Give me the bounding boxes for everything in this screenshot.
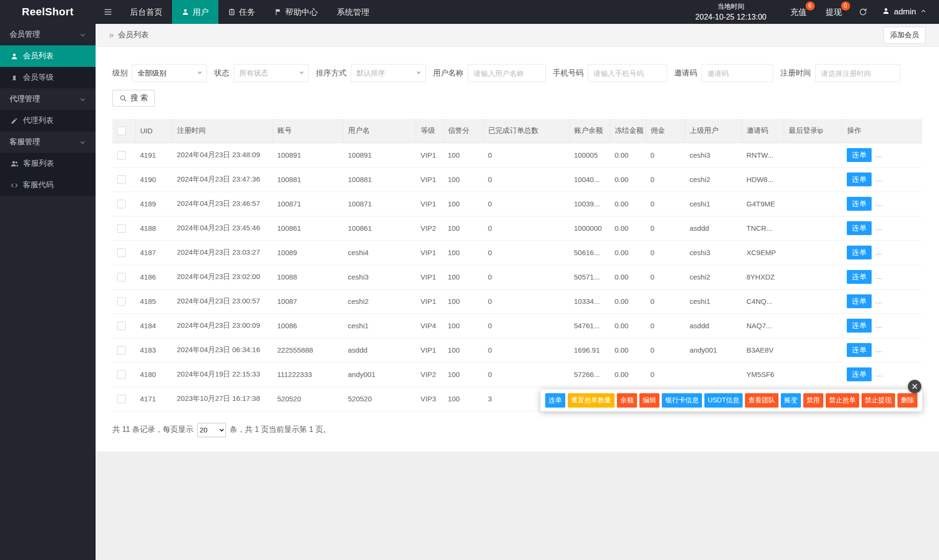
cell-account: 100891	[272, 143, 343, 167]
row-checkbox[interactable]	[117, 297, 126, 306]
more-actions[interactable]: ...	[875, 199, 883, 207]
page-size-select[interactable]: 20	[197, 423, 226, 437]
balance-button[interactable]: 余额	[617, 393, 637, 408]
search-button[interactable]: 搜 索	[112, 90, 155, 107]
row-checkbox[interactable]	[117, 370, 126, 379]
cell-select	[112, 265, 135, 289]
chain-order-button[interactable]: 连单	[847, 270, 872, 284]
sidebar-item-service-code[interactable]: 客服代码	[0, 174, 96, 196]
row-checkbox[interactable]	[117, 346, 126, 355]
more-actions[interactable]: ...	[875, 272, 883, 280]
topnav-item-users[interactable]: 用户	[172, 0, 218, 24]
sidebar-item-member-list[interactable]: 会员列表	[0, 45, 96, 67]
cell-reg_time: 2024年04月23日 23:02:00	[172, 265, 272, 289]
close-icon[interactable]: ✕	[908, 380, 921, 393]
sidebar-item-member-level[interactable]: 会员等级	[0, 67, 96, 88]
cell-invite: 8YHXDZ	[742, 265, 784, 289]
more-actions[interactable]: ...	[875, 321, 883, 329]
chain-order-button[interactable]: 连单	[847, 367, 872, 381]
topnav-item-system[interactable]: 系统管理	[327, 0, 379, 24]
sidebar-item-service-list[interactable]: 客服列表	[0, 153, 96, 174]
row-checkbox[interactable]	[117, 200, 126, 208]
sidebar-item-agent-list[interactable]: 代理列表	[0, 110, 96, 131]
filter-select-sort[interactable]: 默认排序	[351, 64, 426, 82]
header-cell-12: 最后登录ip	[784, 119, 842, 143]
cell-commission: 0	[646, 240, 685, 265]
topnav-item-tasks[interactable]: 任务	[218, 0, 265, 24]
topnav-item-home[interactable]: 后台首页	[120, 0, 172, 24]
cell-actions: 连单...	[842, 143, 922, 167]
sidebar: 会员管理会员列表会员等级代理管理代理列表客服管理客服列表客服代码	[0, 24, 96, 560]
chain-order-button[interactable]: 连单	[847, 246, 872, 259]
filter-input-phone[interactable]	[588, 64, 667, 82]
filter-select-status[interactable]: 所有状态	[234, 64, 309, 82]
filter-input-reg_time[interactable]	[815, 64, 900, 82]
cell-balance: 50571...	[569, 265, 610, 289]
more-actions[interactable]: ...	[875, 345, 883, 354]
cell-frozen: 0.00	[610, 192, 646, 216]
edit-button[interactable]: 编辑	[639, 393, 659, 408]
more-actions[interactable]: ...	[875, 370, 883, 378]
cell-select	[112, 143, 135, 167]
select-all-checkbox[interactable]	[117, 127, 126, 135]
cell-level: VIP1	[416, 143, 443, 167]
cell-uid: 4184	[135, 313, 172, 338]
cell-orders: 0	[483, 289, 569, 313]
menu-toggle-icon[interactable]	[96, 0, 120, 24]
cell-select	[112, 240, 135, 265]
filter-input-username[interactable]	[468, 64, 546, 82]
chain-order-button[interactable]: 连单	[847, 221, 872, 235]
more-actions[interactable]: ...	[875, 224, 883, 232]
chain-order-button[interactable]: 连单	[847, 343, 872, 357]
cell-parent: ceshi1	[685, 192, 742, 216]
forbid-grab-button[interactable]: 禁止抢单	[826, 393, 859, 408]
chain-order-button[interactable]: 连单	[847, 172, 872, 186]
cell-balance: 10040...	[569, 167, 610, 192]
topnav-label-tasks: 任务	[239, 7, 255, 18]
view-team-button[interactable]: 查看团队	[745, 393, 778, 408]
filter-input-invite_code[interactable]	[702, 64, 773, 82]
filter-select-level[interactable]: 全部级别	[132, 64, 207, 82]
row-checkbox[interactable]	[117, 395, 126, 403]
more-actions[interactable]: ...	[875, 175, 883, 183]
cell-invite: TNCR...	[742, 216, 784, 240]
chain-order-button[interactable]: 连单	[847, 148, 872, 162]
more-actions[interactable]: ...	[875, 297, 883, 305]
chain-order-button[interactable]: 连单	[847, 319, 872, 333]
sidebar-group-service-management[interactable]: 客服管理	[0, 131, 96, 153]
cell-frozen: 0.00	[610, 313, 646, 338]
cell-actions: 连单...	[842, 216, 922, 240]
sidebar-group-member-management[interactable]: 会员管理	[0, 24, 96, 45]
refresh-icon[interactable]	[852, 0, 874, 24]
row-checkbox[interactable]	[117, 322, 126, 330]
row-checkbox[interactable]	[117, 224, 126, 233]
recharge-link[interactable]: 充值 6	[781, 0, 816, 24]
topnav-item-help[interactable]: 帮助中心	[265, 0, 327, 24]
sidebar-group-agent-management[interactable]: 代理管理	[0, 88, 96, 110]
chain-order-button[interactable]: 连单	[847, 294, 872, 308]
withdraw-link[interactable]: 提现 0	[816, 0, 852, 24]
row-checkbox[interactable]	[117, 175, 126, 184]
cell-last_ip	[784, 167, 842, 192]
bank-card-info-button[interactable]: 银行卡信息	[662, 393, 702, 408]
admin-menu[interactable]: admin	[874, 7, 939, 17]
row-checkbox[interactable]	[117, 273, 126, 281]
disable-button[interactable]: 禁用	[803, 393, 823, 408]
add-member-button[interactable]: 添加会员	[884, 27, 926, 43]
cell-last_ip	[784, 216, 842, 240]
filter-label-level: 级别	[112, 68, 128, 78]
more-actions[interactable]: ...	[875, 151, 883, 159]
cell-last_ip	[784, 338, 842, 362]
app-logo: ReelShort	[0, 0, 96, 24]
chain-order-button[interactable]: 连单	[545, 393, 565, 408]
delete-button[interactable]: 删除	[897, 393, 917, 408]
forbid-withdraw-button[interactable]: 禁止提现	[862, 393, 895, 408]
cell-actions: 连单...	[842, 265, 922, 289]
chain-order-button[interactable]: 连单	[847, 197, 872, 211]
more-actions[interactable]: ...	[875, 248, 883, 256]
reset-grab-count-button[interactable]: 重置抢单数量	[568, 393, 615, 408]
row-checkbox[interactable]	[117, 151, 126, 160]
row-checkbox[interactable]	[117, 248, 126, 257]
usdt-info-button[interactable]: USDT信息	[704, 393, 743, 408]
balance-change-button[interactable]: 账变	[781, 393, 801, 408]
